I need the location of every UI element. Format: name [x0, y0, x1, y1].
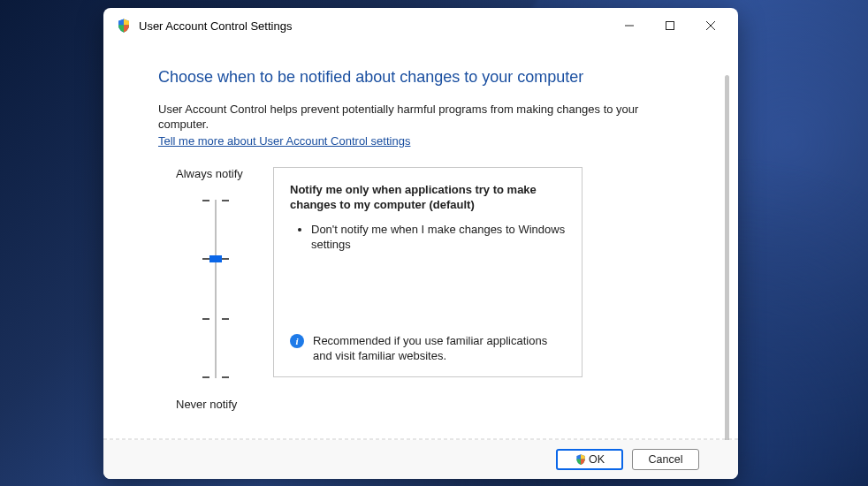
cancel-button[interactable]: Cancel [632, 449, 699, 470]
scrollbar[interactable] [725, 75, 729, 440]
window-title: User Account Control Settings [139, 19, 609, 33]
notification-slider[interactable] [202, 196, 229, 382]
setting-title: Notify me only when applications try to … [290, 182, 566, 213]
learn-more-link[interactable]: Tell me more about User Account Control … [158, 134, 410, 148]
setting-bullet: Don't notify me when I make changes to W… [311, 222, 566, 253]
setting-description-box: Notify me only when applications try to … [273, 167, 582, 377]
slider-thumb[interactable] [209, 255, 222, 262]
cancel-label: Cancel [649, 453, 683, 466]
maximize-button[interactable] [650, 11, 690, 40]
uac-settings-window: User Account Control Settings Choose whe… [103, 8, 738, 479]
slider-label-never: Never notify [176, 398, 273, 411]
body-area: Choose when to be notified about changes… [103, 43, 738, 440]
info-icon: i [290, 334, 304, 348]
close-button[interactable] [690, 11, 731, 40]
recommendation-text: Recommended if you use familiar applicat… [313, 333, 566, 364]
button-bar: OK Cancel [103, 440, 738, 479]
svg-rect-1 [666, 22, 674, 30]
shield-icon [575, 453, 587, 466]
shield-icon [116, 18, 132, 34]
ok-label: OK [589, 453, 605, 466]
ok-button[interactable]: OK [556, 449, 623, 470]
titlebar: User Account Control Settings [103, 8, 738, 43]
page-description: User Account Control helps prevent poten… [158, 103, 683, 133]
minimize-button[interactable] [609, 11, 650, 40]
page-heading: Choose when to be notified about changes… [158, 68, 683, 87]
slider-label-always: Always notify [176, 167, 273, 180]
separator [103, 438, 738, 440]
